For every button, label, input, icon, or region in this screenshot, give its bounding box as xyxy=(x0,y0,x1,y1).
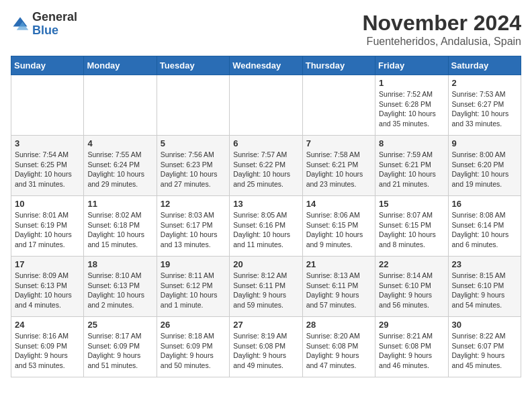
day-number: 13 xyxy=(233,199,298,209)
day-header-sunday: Sunday xyxy=(11,56,84,75)
calendar-cell: 30Sunrise: 8:22 AM Sunset: 6:07 PM Dayli… xyxy=(448,317,521,377)
day-info: Sunrise: 8:03 AM Sunset: 6:17 PM Dayligh… xyxy=(161,210,226,250)
day-number: 26 xyxy=(161,320,226,330)
calendar-cell: 29Sunrise: 8:21 AM Sunset: 6:08 PM Dayli… xyxy=(375,317,448,377)
day-header-monday: Monday xyxy=(84,56,157,75)
day-info: Sunrise: 7:54 AM Sunset: 6:25 PM Dayligh… xyxy=(15,150,80,189)
calendar-week-row: 17Sunrise: 8:09 AM Sunset: 6:13 PM Dayli… xyxy=(11,257,521,317)
day-number: 9 xyxy=(452,138,517,148)
calendar-cell: 9Sunrise: 8:00 AM Sunset: 6:20 PM Daylig… xyxy=(448,136,521,196)
calendar-cell: 25Sunrise: 8:17 AM Sunset: 6:09 PM Dayli… xyxy=(84,317,157,377)
logo-icon xyxy=(11,15,30,34)
calendar-cell: 20Sunrise: 8:12 AM Sunset: 6:11 PM Dayli… xyxy=(230,257,302,317)
day-info: Sunrise: 8:19 AM Sunset: 6:08 PM Dayligh… xyxy=(233,331,298,371)
calendar-cell: 12Sunrise: 8:03 AM Sunset: 6:17 PM Dayli… xyxy=(157,196,229,257)
day-number: 18 xyxy=(87,259,152,269)
day-number: 28 xyxy=(306,320,371,330)
calendar-cell: 3Sunrise: 7:54 AM Sunset: 6:25 PM Daylig… xyxy=(11,136,84,196)
day-info: Sunrise: 8:13 AM Sunset: 6:11 PM Dayligh… xyxy=(306,271,371,310)
day-number: 23 xyxy=(452,259,517,269)
calendar-cell: 4Sunrise: 7:55 AM Sunset: 6:24 PM Daylig… xyxy=(84,136,157,196)
day-number: 12 xyxy=(161,199,226,209)
day-info: Sunrise: 8:18 AM Sunset: 6:09 PM Dayligh… xyxy=(161,331,226,371)
calendar-cell: 24Sunrise: 8:16 AM Sunset: 6:09 PM Dayli… xyxy=(11,317,84,377)
day-header-friday: Friday xyxy=(375,56,448,75)
calendar-cell: 27Sunrise: 8:19 AM Sunset: 6:08 PM Dayli… xyxy=(230,317,302,377)
day-info: Sunrise: 8:22 AM Sunset: 6:07 PM Dayligh… xyxy=(452,331,517,371)
day-info: Sunrise: 8:07 AM Sunset: 6:15 PM Dayligh… xyxy=(379,210,444,250)
calendar-table: SundayMondayTuesdayWednesdayThursdayFrid… xyxy=(11,56,521,377)
day-number: 11 xyxy=(87,199,152,209)
calendar-cell: 5Sunrise: 7:56 AM Sunset: 6:23 PM Daylig… xyxy=(157,136,229,196)
day-number: 6 xyxy=(233,138,298,148)
day-info: Sunrise: 8:01 AM Sunset: 6:19 PM Dayligh… xyxy=(15,210,80,250)
logo-blue-text: Blue xyxy=(32,24,58,37)
calendar-cell: 8Sunrise: 7:59 AM Sunset: 6:21 PM Daylig… xyxy=(375,136,448,196)
day-number: 16 xyxy=(452,199,517,209)
calendar-cell: 18Sunrise: 8:10 AM Sunset: 6:13 PM Dayli… xyxy=(84,257,157,317)
day-number: 24 xyxy=(15,320,80,330)
calendar-cell: 2Sunrise: 7:53 AM Sunset: 6:27 PM Daylig… xyxy=(448,75,521,136)
day-info: Sunrise: 8:12 AM Sunset: 6:11 PM Dayligh… xyxy=(233,271,298,310)
day-number: 30 xyxy=(452,320,517,330)
day-number: 29 xyxy=(379,320,444,330)
day-number: 3 xyxy=(15,138,80,148)
day-info: Sunrise: 8:17 AM Sunset: 6:09 PM Dayligh… xyxy=(87,331,152,371)
day-info: Sunrise: 8:06 AM Sunset: 6:15 PM Dayligh… xyxy=(306,210,371,250)
day-number: 8 xyxy=(379,138,444,148)
title-area: November 2024 Fuenteheridos, Andalusia, … xyxy=(362,11,521,48)
day-info: Sunrise: 8:00 AM Sunset: 6:20 PM Dayligh… xyxy=(452,150,517,189)
calendar-cell: 22Sunrise: 8:14 AM Sunset: 6:10 PM Dayli… xyxy=(375,257,448,317)
day-number: 25 xyxy=(87,320,152,330)
month-title: November 2024 xyxy=(362,11,521,36)
day-info: Sunrise: 7:56 AM Sunset: 6:23 PM Dayligh… xyxy=(161,150,226,189)
calendar-cell xyxy=(84,75,157,136)
calendar-cell: 28Sunrise: 8:20 AM Sunset: 6:08 PM Dayli… xyxy=(302,317,375,377)
day-info: Sunrise: 8:02 AM Sunset: 6:18 PM Dayligh… xyxy=(87,210,152,250)
day-info: Sunrise: 7:59 AM Sunset: 6:21 PM Dayligh… xyxy=(379,150,444,189)
day-header-thursday: Thursday xyxy=(302,56,375,75)
calendar-cell: 10Sunrise: 8:01 AM Sunset: 6:19 PM Dayli… xyxy=(11,196,84,257)
day-number: 4 xyxy=(87,138,152,148)
day-info: Sunrise: 8:21 AM Sunset: 6:08 PM Dayligh… xyxy=(379,331,444,371)
calendar-header-row: SundayMondayTuesdayWednesdayThursdayFrid… xyxy=(11,56,521,75)
calendar-cell: 14Sunrise: 8:06 AM Sunset: 6:15 PM Dayli… xyxy=(302,196,375,257)
calendar-cell: 16Sunrise: 8:08 AM Sunset: 6:14 PM Dayli… xyxy=(448,196,521,257)
calendar-cell: 19Sunrise: 8:11 AM Sunset: 6:12 PM Dayli… xyxy=(157,257,229,317)
location-title: Fuenteheridos, Andalusia, Spain xyxy=(362,36,521,48)
day-number: 21 xyxy=(306,259,371,269)
day-header-tuesday: Tuesday xyxy=(157,56,229,75)
day-info: Sunrise: 8:16 AM Sunset: 6:09 PM Dayligh… xyxy=(15,331,80,371)
day-info: Sunrise: 7:52 AM Sunset: 6:28 PM Dayligh… xyxy=(379,89,444,129)
header: General Blue November 2024 Fuenteheridos… xyxy=(11,11,521,48)
calendar-cell: 26Sunrise: 8:18 AM Sunset: 6:09 PM Dayli… xyxy=(157,317,229,377)
calendar-cell: 15Sunrise: 8:07 AM Sunset: 6:15 PM Dayli… xyxy=(375,196,448,257)
day-info: Sunrise: 7:57 AM Sunset: 6:22 PM Dayligh… xyxy=(233,150,298,189)
calendar-cell xyxy=(302,75,375,136)
calendar-cell: 6Sunrise: 7:57 AM Sunset: 6:22 PM Daylig… xyxy=(230,136,302,196)
day-info: Sunrise: 8:11 AM Sunset: 6:12 PM Dayligh… xyxy=(161,271,226,310)
calendar-cell xyxy=(157,75,229,136)
day-number: 2 xyxy=(452,78,517,88)
day-number: 5 xyxy=(161,138,226,148)
day-number: 17 xyxy=(15,259,80,269)
day-number: 15 xyxy=(379,199,444,209)
day-number: 7 xyxy=(306,138,371,148)
calendar-week-row: 1Sunrise: 7:52 AM Sunset: 6:28 PM Daylig… xyxy=(11,75,521,136)
day-info: Sunrise: 8:14 AM Sunset: 6:10 PM Dayligh… xyxy=(379,271,444,310)
calendar-cell xyxy=(11,75,84,136)
calendar-cell: 17Sunrise: 8:09 AM Sunset: 6:13 PM Dayli… xyxy=(11,257,84,317)
calendar-cell: 13Sunrise: 8:05 AM Sunset: 6:16 PM Dayli… xyxy=(230,196,302,257)
day-info: Sunrise: 8:09 AM Sunset: 6:13 PM Dayligh… xyxy=(15,271,80,310)
day-number: 19 xyxy=(161,259,226,269)
day-header-saturday: Saturday xyxy=(448,56,521,75)
calendar-cell: 11Sunrise: 8:02 AM Sunset: 6:18 PM Dayli… xyxy=(84,196,157,257)
logo: General Blue xyxy=(11,11,77,38)
day-info: Sunrise: 8:20 AM Sunset: 6:08 PM Dayligh… xyxy=(306,331,371,371)
day-info: Sunrise: 7:53 AM Sunset: 6:27 PM Dayligh… xyxy=(452,89,517,129)
calendar-week-row: 24Sunrise: 8:16 AM Sunset: 6:09 PM Dayli… xyxy=(11,317,521,377)
day-info: Sunrise: 8:15 AM Sunset: 6:10 PM Dayligh… xyxy=(452,271,517,310)
calendar-cell: 23Sunrise: 8:15 AM Sunset: 6:10 PM Dayli… xyxy=(448,257,521,317)
calendar-week-row: 10Sunrise: 8:01 AM Sunset: 6:19 PM Dayli… xyxy=(11,196,521,257)
calendar-cell: 21Sunrise: 8:13 AM Sunset: 6:11 PM Dayli… xyxy=(302,257,375,317)
